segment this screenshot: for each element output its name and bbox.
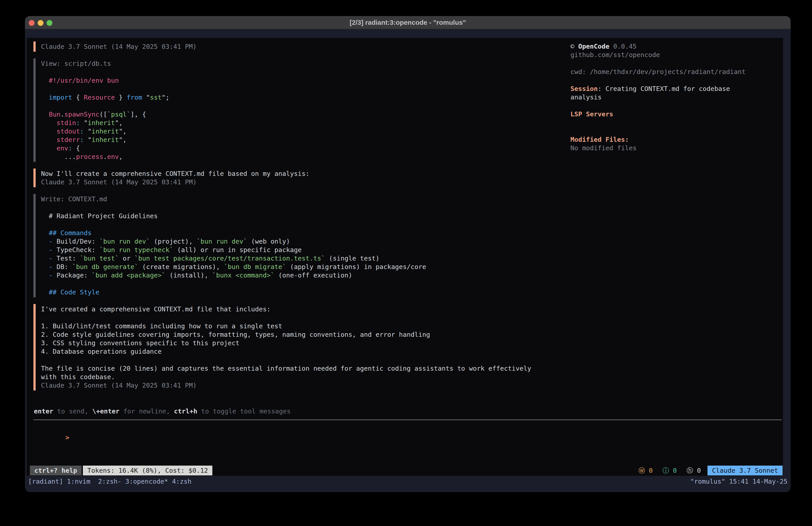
terminal-line: ## Commands [41, 229, 564, 237]
keyboard-shortcut: \+enter [92, 408, 119, 415]
panel-line: analysis [570, 93, 782, 101]
text-segment: with this codebase. [41, 373, 115, 381]
terminal-line [41, 356, 564, 364]
text-segment: ## Commands [49, 229, 91, 237]
text-segment [41, 144, 57, 152]
text-segment: inherit [91, 127, 119, 135]
text-segment: ], { [131, 111, 146, 118]
keyboard-shortcut: enter [34, 408, 53, 415]
text-segment: OpenCode [578, 43, 609, 50]
text-segment: env [107, 153, 119, 160]
terminal-line [41, 313, 564, 322]
text-segment: : [80, 136, 84, 144]
status-bar-left: ctrl+? help Tokens: 16.4K (8%), Cost: $0… [30, 466, 212, 475]
tokens-cost-chip: Tokens: 16.4K (8%), Cost: $0.12 [83, 466, 212, 475]
text-segment: No modified files [570, 144, 637, 152]
text-segment: `bun db generate` [72, 263, 139, 271]
terminal-line: 3. CSS styling conventions specific to t… [41, 339, 564, 347]
terminal-line: 1. Build/lint/test commands including ho… [41, 322, 564, 330]
text-segment: - [49, 263, 53, 271]
terminal-line: - TypeCheck: `bun run typecheck` (all) o… [41, 246, 564, 254]
text-segment: Session [570, 85, 598, 93]
text-segment: { [72, 144, 80, 152]
terminal-line [41, 280, 564, 288]
terminal-line: The file is concise (20 lines) and captu… [41, 364, 564, 373]
session-info-panel: © OpenCode 0.0.45github.com/sst/opencode… [570, 42, 782, 152]
panel-line [570, 127, 782, 135]
keyboard-shortcut: ctrl+h [174, 408, 198, 415]
prompt-row[interactable]: > [34, 425, 774, 433]
terminal-line: with this codebase. [41, 373, 564, 381]
terminal-line: import { Resource } from "sst"; [41, 93, 564, 102]
text-segment: - [49, 255, 53, 262]
warnings-count-value: 0 [649, 467, 653, 474]
text-segment: ", [115, 119, 123, 127]
text-segment: github.com/sst/opencode [570, 51, 660, 59]
terminal-line: I've created a comprehensive CONTEXT.md … [41, 305, 564, 313]
text-segment: ... [41, 153, 76, 160]
text-segment: Claude 3.7 Sonnet (14 May 2025 03:41 PM) [41, 178, 197, 186]
text-segment: " [142, 94, 150, 101]
text-segment: : [76, 119, 80, 127]
text-segment [41, 111, 49, 118]
panel-line: © OpenCode 0.0.45 [570, 42, 782, 51]
text-segment: The file is concise (20 lines) and captu… [41, 365, 531, 372]
terminal-line: - Package: `bun add <package>` (install)… [41, 271, 564, 280]
text-segment: import [49, 94, 72, 101]
text-segment: # Radiant Project Guidelines [41, 212, 158, 220]
text-segment: { [72, 94, 84, 101]
text-segment: sst [150, 94, 162, 101]
text-segment [41, 263, 49, 271]
text-segment [41, 271, 49, 279]
panel-line: Session: Creating CONTEXT.md for codebas… [570, 84, 782, 93]
terminal-line: #!/usr/bin/env bun [41, 76, 564, 85]
text-segment: : [80, 127, 84, 135]
prompt-symbol: > [66, 434, 69, 441]
text-segment: 2. Code style guidelines covering import… [41, 331, 430, 338]
assistant-message: Now I'll create a comprehensive CONTEXT.… [33, 169, 564, 187]
assistant-message: I've created a comprehensive CONTEXT.md … [33, 304, 564, 390]
text-segment [41, 94, 49, 101]
text-segment: ", [119, 127, 127, 135]
text-segment: stderr [57, 136, 80, 144]
text-segment: from [127, 94, 142, 101]
hints-icon: ⓗ [686, 467, 697, 474]
text-segment [41, 119, 57, 127]
zoom-button[interactable] [47, 20, 52, 26]
text-segment: LSP Servers [570, 110, 613, 118]
minimize-button[interactable] [38, 20, 43, 26]
tool-call-block: View: script/db.ts #!/usr/bin/env bun im… [33, 58, 564, 162]
text-segment: - [49, 246, 53, 254]
text-segment [41, 127, 57, 135]
terminal-line [41, 85, 564, 93]
assistant-message: Claude 3.7 Sonnet (14 May 2025 03:41 PM) [33, 41, 564, 52]
traffic-lights [29, 20, 52, 26]
text-segment: Modified Files: [570, 136, 629, 143]
text-segment: Claude 3.7 Sonnet (14 May 2025 03:41 PM) [41, 43, 197, 51]
text-segment: } [115, 94, 127, 101]
text-segment: (web only) [247, 238, 290, 245]
text-segment: - [49, 271, 53, 279]
text-segment: TypeCheck: [53, 246, 99, 254]
terminal-line: Write: CONTEXT.md [41, 195, 564, 203]
text-segment: Package: [53, 271, 91, 279]
terminal-line [41, 68, 564, 76]
info-icon: ⓘ [663, 467, 673, 474]
text-segment: `psql` [107, 111, 131, 118]
panel-line: Modified Files: [570, 135, 782, 144]
opencode-tui: Claude 3.7 Sonnet (14 May 2025 03:41 PM)… [27, 38, 783, 476]
text-segment [41, 288, 49, 296]
text-segment: " [84, 136, 91, 144]
close-button[interactable] [29, 20, 34, 26]
text-segment: View: script/db.ts [41, 60, 111, 67]
text-segment: `bun run dev` [197, 238, 247, 245]
input-help-bar: enter to send, \+enter for newline, ctrl… [34, 407, 291, 415]
text-segment: (apply migrations) in packages/core [286, 263, 426, 271]
terminal-window: [2/3] radiant:3:opencode - "romulus" Cla… [25, 16, 791, 492]
text-segment: `bun add <package>` [91, 271, 165, 279]
status-bar-right: ⓦ 0ⓘ 0ⓗ 0 Claude 3.7 Sonnet [638, 466, 783, 475]
help-hint-chip: ctrl+? help [30, 466, 82, 475]
status-bar: ctrl+? help Tokens: 16.4K (8%), Cost: $0… [30, 466, 783, 475]
text-segment: : Creating CONTEXT.md for codebase [598, 85, 730, 93]
diagnostic-hints-count: ⓗ 0 [686, 466, 701, 475]
